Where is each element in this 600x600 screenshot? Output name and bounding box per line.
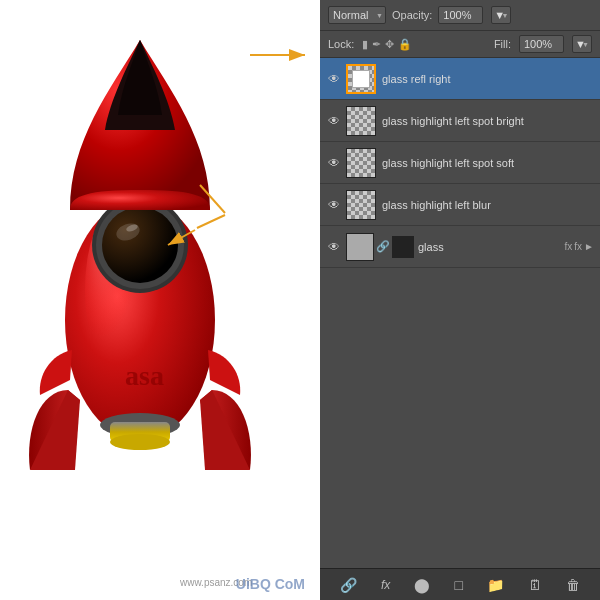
lock-pixel-icon[interactable]: ▮	[362, 38, 368, 51]
layer-thumb-chain: 🔗	[346, 233, 414, 261]
eye-icon: 👁	[328, 198, 340, 212]
layer-item[interactable]: 👁 glass highlight left spot bright	[320, 100, 600, 142]
lock-bar: Lock: ▮ ✒ ✥ 🔒 Fill: ▼	[320, 31, 600, 58]
visibility-toggle[interactable]: 👁	[326, 113, 342, 129]
visibility-toggle[interactable]: 👁	[326, 71, 342, 87]
blend-mode-select[interactable]: Normal	[328, 6, 386, 24]
fill-input[interactable]	[519, 35, 564, 53]
bottom-toolbar: 🔗 fx ⬤ □ 📁 🗓 🗑	[320, 568, 600, 600]
fx-icon[interactable]: fx	[377, 576, 394, 594]
layer-thumbnail	[346, 106, 376, 136]
fx-badge: fx	[565, 241, 573, 252]
layer-name: glass refl right	[382, 73, 594, 85]
layer-item[interactable]: 👁 glass highlight left blur	[320, 184, 600, 226]
lock-icons: ▮ ✒ ✥ 🔒	[362, 38, 412, 51]
mask-icon[interactable]: □	[450, 575, 466, 595]
opacity-label: Opacity:	[392, 9, 432, 21]
lock-label: Lock:	[328, 38, 354, 50]
eye-icon: 👁	[328, 240, 340, 254]
lock-all-icon[interactable]: 🔒	[398, 38, 412, 51]
link-icon[interactable]: 🔗	[336, 575, 361, 595]
folder-icon[interactable]: 📁	[483, 575, 508, 595]
delete-icon[interactable]: 🗑	[562, 575, 584, 595]
expand-icon[interactable]: ►	[584, 241, 594, 252]
layer-thumbnail-mask	[392, 236, 414, 258]
layer-thumbnail	[346, 190, 376, 220]
lock-brush-icon[interactable]: ✒	[372, 38, 381, 51]
opacity-arrow[interactable]: ▼	[491, 6, 511, 24]
fill-arrow[interactable]: ▼	[572, 35, 592, 53]
canvas-area: asa	[0, 0, 310, 570]
fx-icon: fx	[574, 241, 582, 252]
layers-panel: Normal Opacity: ▼ Lock: ▮ ✒ ✥ 🔒 Fill: ▼	[320, 0, 600, 600]
fill-label: Fill:	[494, 38, 511, 50]
opacity-input[interactable]	[438, 6, 483, 24]
lock-move-icon[interactable]: ✥	[385, 38, 394, 51]
top-bar: Normal Opacity: ▼	[320, 0, 600, 31]
visibility-toggle[interactable]: 👁	[326, 239, 342, 255]
new-layer-icon[interactable]: 🗓	[524, 575, 546, 595]
layer-thumbnail	[346, 64, 376, 94]
layer-thumbnail	[346, 148, 376, 178]
visibility-toggle[interactable]: 👁	[326, 197, 342, 213]
eye-icon: 👁	[328, 114, 340, 128]
layer-thumbnail-main	[346, 233, 374, 261]
layer-item[interactable]: 👁 🔗 glass fx fx ►	[320, 226, 600, 268]
adjustment-layer-icon[interactable]: ⬤	[410, 575, 434, 595]
fill-select[interactable]: ▼	[572, 35, 592, 53]
blend-mode-wrapper[interactable]: Normal	[328, 6, 386, 24]
layer-name: glass highlight left blur	[382, 199, 594, 211]
visibility-toggle[interactable]: 👁	[326, 155, 342, 171]
layer-item[interactable]: 👁 glass highlight left spot soft	[320, 142, 600, 184]
layer-name: glass	[418, 241, 561, 253]
layer-name: glass highlight left spot soft	[382, 157, 594, 169]
chain-link-icon: 🔗	[376, 240, 390, 253]
rocket-illustration: asa	[10, 10, 290, 550]
eye-icon: 👁	[328, 72, 340, 86]
layer-name: glass highlight left spot bright	[382, 115, 594, 127]
eye-icon: 👁	[328, 156, 340, 170]
svg-point-9	[110, 434, 170, 450]
layers-list: 👁 glass refl right 👁 glass highlight lef…	[320, 58, 600, 568]
svg-point-4	[102, 207, 178, 283]
site-watermark: UiBQ CoM	[236, 576, 305, 592]
layer-item[interactable]: 👁 glass refl right	[320, 58, 600, 100]
opacity-select[interactable]: ▼	[491, 6, 511, 24]
svg-text:asa: asa	[125, 360, 164, 391]
